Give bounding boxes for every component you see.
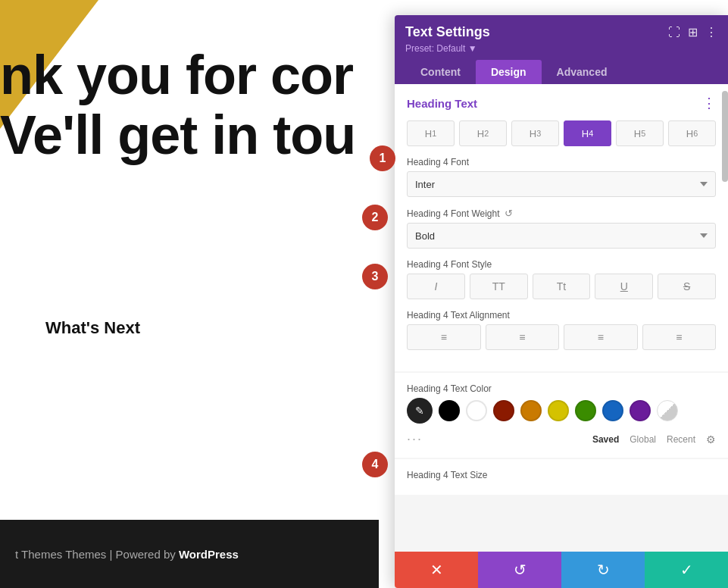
style-buttons: I TT Tt U S (407, 274, 716, 299)
color-tabs: Saved Global Recent ⚙ (592, 433, 716, 446)
color-swatch-black[interactable] (439, 400, 460, 421)
redo-button[interactable]: ↻ (561, 552, 645, 588)
section-title: Heading Text (407, 97, 477, 110)
color-swatch-diagonal[interactable] (657, 400, 678, 421)
heading4-font-label: Heading 4 Font (407, 157, 716, 167)
heading-selector: H1 H2 H3 H4 H5 H6 (407, 120, 716, 146)
footer-text: t Themes Themes | Powered by WordPress (15, 548, 239, 561)
color-swatch-purple[interactable] (630, 400, 651, 421)
color-row: ✎ (407, 398, 716, 424)
panel-tabs: Content Design Advanced (405, 60, 717, 84)
heading-text-section: Heading Text ⋮ H1 H2 H3 H4 H5 H6 Heading… (395, 84, 728, 371)
more-options-icon[interactable]: ⋮ (705, 25, 717, 39)
align-center-button[interactable]: ≡ (486, 324, 560, 350)
h1-button[interactable]: H1 (407, 120, 455, 146)
heading4-style-label: Heading 4 Font Style (407, 259, 716, 270)
cancel-icon: ✕ (430, 561, 443, 579)
heading4-color-section: Heading 4 Text Color ✎ ··· Saved Global (395, 373, 728, 458)
heading4-font-field: Heading 4 Font Inter (407, 157, 716, 197)
underline-button[interactable]: U (595, 274, 653, 299)
step-badge-4: 4 (362, 452, 388, 477)
heading4-weight-field: Heading 4 Font Weight ↺ Bold (407, 208, 716, 249)
color-tab-saved[interactable]: Saved (592, 434, 619, 445)
align-right-button[interactable]: ≡ (564, 324, 638, 350)
heading-line-1: nk you for cor (0, 45, 355, 105)
page-footer: t Themes Themes | Powered by WordPress (0, 520, 379, 588)
heading4-weight-select[interactable]: Bold (407, 223, 716, 249)
heading4-size-label: Heading 4 Text Size (407, 470, 716, 480)
panel-header: Text Settings ⛶ ⊞ ⋮ Preset: Default ▼ Co… (395, 15, 728, 84)
heading4-alignment-field: Heading 4 Text Alignment ≡ ≡ ≡ ≡ (407, 310, 716, 350)
heading4-color-label: Heading 4 Text Color (407, 383, 716, 394)
color-sub-row: ··· Saved Global Recent ⚙ (407, 431, 716, 447)
text-settings-panel: Text Settings ⛶ ⊞ ⋮ Preset: Default ▼ Co… (395, 15, 728, 588)
uppercase-button[interactable]: TT (470, 274, 528, 299)
h5-button[interactable]: H5 (616, 120, 664, 146)
color-swatch-green[interactable] (575, 400, 596, 421)
fullscreen-icon[interactable]: ⛶ (668, 26, 680, 39)
step-badge-2: 2 (362, 205, 388, 230)
scrollbar-indicator[interactable] (722, 91, 728, 182)
color-swatch-red[interactable] (493, 400, 514, 421)
step-badge-3: 3 (362, 264, 388, 289)
panel-title: Text Settings (405, 24, 490, 40)
panel-preset[interactable]: Preset: Default ▼ (405, 43, 717, 54)
color-swatch-yellow[interactable] (548, 400, 569, 421)
align-justify-button[interactable]: ≡ (642, 324, 717, 350)
tab-design[interactable]: Design (476, 60, 542, 84)
panel-title-row: Text Settings ⛶ ⊞ ⋮ (405, 24, 717, 40)
h4-button[interactable]: H4 (564, 120, 611, 146)
page-heading: nk you for cor Ve'll get in tou (0, 45, 355, 165)
italic-button[interactable]: I (407, 274, 465, 299)
strikethrough-button[interactable]: S (658, 274, 716, 299)
whats-next-text: What's Next (45, 318, 140, 338)
heading4-weight-label: Heading 4 Font Weight ↺ (407, 208, 716, 219)
tab-advanced[interactable]: Advanced (542, 60, 623, 84)
section-header: Heading Text ⋮ (407, 95, 716, 111)
h6-button[interactable]: H6 (668, 120, 716, 146)
color-swatch-orange[interactable] (520, 400, 542, 421)
h3-button[interactable]: H3 (511, 120, 559, 146)
color-tab-recent[interactable]: Recent (667, 434, 695, 445)
weight-reset-icon[interactable]: ↺ (505, 208, 513, 219)
heading4-style-field: Heading 4 Font Style I TT Tt U S (407, 259, 716, 299)
heading-line-2: Ve'll get in tou (0, 105, 355, 165)
h2-button[interactable]: H2 (459, 120, 507, 146)
capitalize-button[interactable]: Tt (533, 274, 591, 299)
panel-footer: ✕ ↺ ↻ ✓ (395, 552, 728, 588)
color-more-dots[interactable]: ··· (407, 431, 423, 447)
reset-button[interactable]: ↺ (478, 552, 561, 588)
save-button[interactable]: ✓ (645, 552, 728, 588)
columns-icon[interactable]: ⊞ (688, 25, 698, 39)
color-settings-icon[interactable]: ⚙ (706, 433, 716, 446)
redo-icon: ↻ (597, 561, 610, 579)
reset-icon: ↺ (514, 561, 526, 579)
tab-content[interactable]: Content (405, 60, 476, 84)
panel-icons: ⛶ ⊞ ⋮ (668, 25, 717, 39)
color-edit-button[interactable]: ✎ (407, 398, 433, 424)
color-tab-global[interactable]: Global (630, 434, 656, 445)
save-icon: ✓ (680, 561, 693, 579)
cancel-button[interactable]: ✕ (395, 552, 478, 588)
align-buttons: ≡ ≡ ≡ ≡ (407, 324, 716, 350)
section-menu-icon[interactable]: ⋮ (702, 95, 716, 111)
heading4-size-section: Heading 4 Text Size (395, 459, 728, 495)
color-swatch-blue[interactable] (602, 400, 623, 421)
heading4-alignment-label: Heading 4 Text Alignment (407, 310, 716, 321)
heading4-font-select[interactable]: Inter (407, 171, 716, 197)
step-badge-1: 1 (370, 145, 395, 171)
panel-body: Heading Text ⋮ H1 H2 H3 H4 H5 H6 Heading… (395, 84, 728, 552)
color-swatch-white[interactable] (466, 400, 487, 421)
align-left-button[interactable]: ≡ (407, 324, 481, 350)
